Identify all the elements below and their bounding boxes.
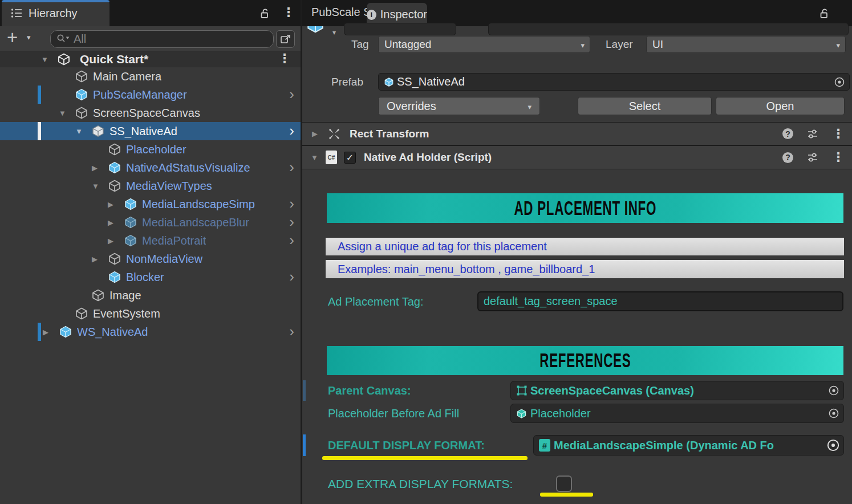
prefab-icon	[306, 26, 325, 34]
hierarchy-item-mediaviewtypes[interactable]: ▼ MediaViewTypes	[0, 177, 301, 195]
tab-hierarchy[interactable]: Hierarchy	[2, 0, 109, 26]
overrides-dropdown-button[interactable]: Overrides ▾	[378, 97, 540, 115]
prefab-chevron-icon[interactable]: ›	[289, 232, 294, 248]
hierarchy-item-main-camera[interactable]: Main Camera	[0, 67, 301, 86]
hierarchy-item-medialandscapesimple[interactable]: ▶ MediaLandscapeSimp ›	[0, 195, 301, 213]
hierarchy-item-medialandscapeblur[interactable]: ▶ MediaLandscapeBlur ›	[0, 213, 301, 231]
prefab-chevron-icon[interactable]: ›	[289, 323, 294, 339]
prefab-icon	[108, 270, 121, 284]
expand-triangle[interactable]: ▶	[108, 237, 124, 245]
hierarchy-item-ws-nativead[interactable]: ▶ WS_NativeAd ›	[0, 323, 301, 341]
parent-canvas-value: ScreenSpaceCanvas (Canvas)	[530, 384, 694, 397]
expand-triangle[interactable]: ▶	[108, 200, 124, 209]
active-tab-stripe	[2, 0, 109, 2]
hierarchy-item-image[interactable]: Image	[0, 286, 301, 304]
prefab-icon-inactive	[124, 216, 137, 229]
hierarchy-toolbar: + ▾	[0, 26, 301, 51]
parent-canvas-object-field[interactable]: ScreenSpaceCanvas (Canvas)	[510, 381, 844, 400]
expand-triangle[interactable]: ▼	[92, 182, 108, 190]
hierarchy-item-nonmediaview[interactable]: ▶ NonMediaView	[0, 250, 301, 268]
hierarchy-search-field[interactable]	[50, 30, 274, 48]
gameobject-caret-icon[interactable]: ▾	[332, 29, 336, 36]
hierarchy-item-pubscalemanager[interactable]: PubScaleManager ›	[0, 86, 301, 104]
placeholder-value: Placeholder	[530, 407, 591, 420]
expand-triangle[interactable]: ▶	[43, 328, 59, 336]
presets-icon[interactable]	[806, 151, 819, 164]
select-button[interactable]: Select	[578, 97, 712, 115]
prefab-chevron-icon[interactable]: ›	[289, 214, 294, 230]
create-object-button[interactable]: +	[7, 27, 18, 48]
hierarchy-item-screenspacecanvas[interactable]: ▼ ScreenSpaceCanvas	[0, 104, 301, 122]
default-display-format-object-field[interactable]: # MediaLandscapeSimple (Dynamic AD Fo	[533, 435, 844, 456]
inspector-menu-icon[interactable]: ⋮	[848, 6, 852, 19]
item-label: WS_NativeAd	[77, 326, 148, 339]
placeholder-before-ad-fill-label: Placeholder Before Ad Fill	[328, 407, 459, 420]
hierarchy-item-blocker[interactable]: Blocker ›	[0, 268, 301, 286]
hierarchy-item-nativeadstatusvisualizer[interactable]: ▶ NativeAdStatusVisualize ›	[0, 158, 301, 177]
component-enabled-checkbox[interactable]: ✓	[344, 152, 356, 164]
hierarchy-item-placeholder[interactable]: Placeholder	[0, 140, 301, 158]
help-icon[interactable]: ?	[782, 128, 793, 139]
item-label: MediaPotrait	[142, 234, 206, 247]
hierarchy-item-ss-nativead-selected[interactable]: ▼ SS_NativeAd ›	[0, 122, 301, 140]
tag-dropdown[interactable]: Untagged ▾	[378, 36, 590, 53]
search-popout-button[interactable]	[276, 30, 295, 48]
expand-triangle[interactable]: ▶	[108, 218, 124, 227]
component-menu-icon[interactable]: ⋮	[832, 151, 845, 164]
help-icon[interactable]: ?	[782, 152, 793, 163]
presets-icon[interactable]	[806, 127, 819, 141]
ad-placement-tag-input[interactable]: default_tag_screen_space	[477, 291, 843, 311]
expand-triangle[interactable]: ▶	[92, 164, 108, 172]
component-menu-icon[interactable]: ⋮	[832, 128, 845, 140]
object-picker-icon[interactable]	[832, 75, 847, 90]
prefab-chevron-icon[interactable]: ›	[289, 86, 294, 102]
object-picker-icon[interactable]	[825, 437, 841, 453]
item-label: EventSystem	[93, 307, 160, 320]
prefab-chevron-icon[interactable]: ›	[289, 269, 294, 284]
static-field-partial[interactable]	[488, 23, 849, 35]
select-label: Select	[629, 100, 661, 113]
name-field-partial[interactable]	[344, 23, 456, 35]
layer-dropdown[interactable]: UI ▾	[646, 36, 846, 53]
collapse-triangle[interactable]: ▼	[311, 153, 326, 162]
caret-down-icon: ▾	[581, 41, 585, 50]
item-label: NonMediaView	[126, 253, 202, 266]
search-input[interactable]	[74, 32, 245, 46]
prefab-object-field[interactable]: SS_NativeAd	[378, 73, 850, 91]
lock-open-icon[interactable]	[258, 7, 271, 21]
override-bar	[38, 86, 41, 104]
hierarchy-menu-icon[interactable]: ⋮	[282, 6, 295, 19]
placeholder-object-field[interactable]: Placeholder	[510, 404, 844, 423]
prefab-chevron-icon[interactable]: ›	[289, 123, 294, 139]
prefab-chevron-icon[interactable]: ›	[289, 196, 294, 212]
rect-transform-header[interactable]: ▶ Rect Transform ? ⋮	[302, 122, 852, 145]
expand-triangle[interactable]: ▶	[312, 129, 327, 138]
scene-menu-icon[interactable]: ⋮	[278, 52, 291, 65]
scene-expand-triangle[interactable]: ▼	[41, 55, 57, 64]
banner-title: AD PLACEMENT INFO	[514, 197, 656, 220]
item-label: Main Camera	[93, 70, 161, 83]
caret-down-icon: ▾	[836, 41, 840, 50]
prefab-chevron-icon[interactable]: ›	[289, 159, 294, 175]
canvas-icon	[516, 385, 528, 396]
open-button[interactable]: Open	[716, 97, 845, 115]
gameobject-icon	[75, 307, 88, 320]
native-ad-holder-header[interactable]: ▼ C# ✓ Native Ad Holder (Script) ? ⋮	[302, 145, 852, 169]
expand-triangle[interactable]: ▼	[59, 109, 75, 117]
hierarchy-item-eventsystem[interactable]: EventSystem	[0, 304, 301, 323]
object-picker-icon[interactable]	[826, 406, 841, 421]
expand-triangle[interactable]: ▶	[92, 255, 108, 263]
lock-open-icon[interactable]	[817, 7, 831, 21]
scene-header-quick-start[interactable]: ▼ Quick Start* ⋮	[0, 51, 301, 67]
hierarchy-item-mediapotrait[interactable]: ▶ MediaPotrait ›	[0, 231, 301, 250]
create-object-caret-icon[interactable]: ▾	[27, 33, 31, 42]
expand-triangle[interactable]: ▼	[75, 127, 91, 136]
ad-placement-tag-label: Ad Placement Tag:	[328, 295, 424, 308]
gameobject-icon	[75, 106, 88, 120]
tag-value: Untagged	[384, 38, 431, 51]
caret-down-icon: ▾	[528, 103, 532, 111]
add-extra-formats-checkbox[interactable]	[556, 475, 572, 492]
references-banner: REFERENCES	[327, 346, 843, 375]
gameobject-icon	[108, 252, 121, 266]
object-picker-icon[interactable]	[826, 383, 841, 398]
